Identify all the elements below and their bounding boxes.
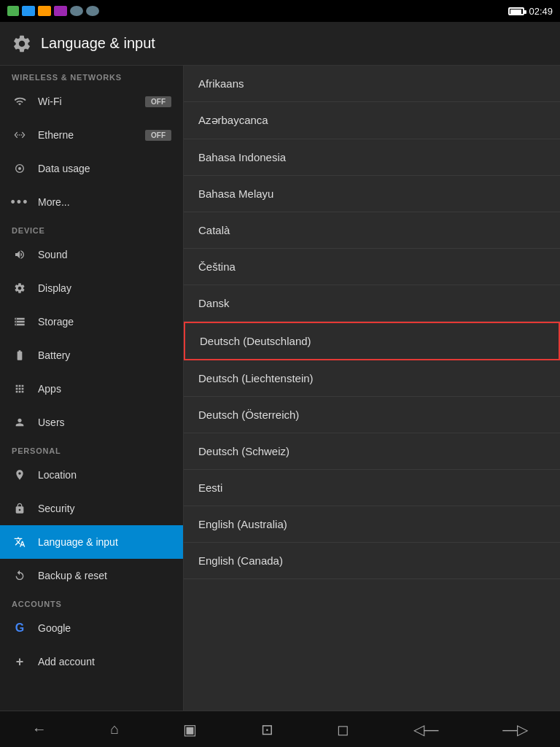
- status-right: 02:49: [508, 6, 553, 17]
- users-label: Users: [38, 417, 65, 428]
- language-list: AfrikaansAzərbaycancaBahasa IndonesiaBah…: [184, 66, 560, 711]
- sidebar-item-data-usage[interactable]: Data usage: [0, 152, 183, 185]
- nav-bar: ← ⌂ ▣ ⊡ ◻ ◁— —▷: [0, 711, 560, 747]
- battery-label: Battery: [38, 349, 70, 361]
- ethernet-toggle[interactable]: OFF: [145, 130, 171, 141]
- sidebar-item-sound[interactable]: Sound: [0, 238, 183, 271]
- home-button[interactable]: ⌂: [98, 715, 131, 743]
- back-button[interactable]: ←: [20, 715, 58, 743]
- language-item-cestina[interactable]: Čeština: [184, 249, 560, 285]
- sidebar-item-more[interactable]: ••• More...: [0, 185, 183, 219]
- sidebar-item-backup-reset[interactable]: Backup & reset: [0, 559, 183, 592]
- svg-point-1: [18, 167, 21, 170]
- sidebar-item-language-input[interactable]: Language & input: [0, 525, 183, 559]
- volume-up-button[interactable]: —▷: [491, 715, 540, 744]
- sidebar-item-ethernet[interactable]: Etherne OFF: [0, 118, 183, 152]
- security-icon: [12, 500, 28, 516]
- page-title: Language & input: [41, 35, 155, 52]
- camera-button[interactable]: ◻: [325, 715, 361, 744]
- status-bar: 02:49: [0, 0, 560, 22]
- sidebar-item-battery[interactable]: Battery: [0, 338, 183, 372]
- more-icon: •••: [12, 194, 28, 210]
- section-accounts-label: ACCOUNTS: [0, 592, 183, 611]
- language-item-english-canada[interactable]: English (Canada): [184, 543, 560, 579]
- sidebar-item-add-account[interactable]: + Add account: [0, 645, 183, 678]
- main-content: WIRELESS & NETWORKS Wi-Fi OFF Etherne OF…: [0, 66, 560, 711]
- display-icon: [12, 280, 28, 296]
- recents-button[interactable]: ▣: [171, 715, 209, 744]
- notification-icon-2: [22, 6, 35, 16]
- storage-icon: [12, 314, 28, 330]
- sidebar-item-display[interactable]: Display: [0, 271, 183, 305]
- language-item-deutsch-deutschland[interactable]: Deutsch (Deutschland): [184, 322, 560, 360]
- language-input-icon: [12, 534, 28, 550]
- ethernet-label: Etherne: [38, 129, 74, 141]
- sidebar-item-storage[interactable]: Storage: [0, 305, 183, 338]
- storage-label: Storage: [38, 316, 74, 328]
- notification-icon-1: [7, 6, 19, 16]
- more-label: More...: [38, 196, 70, 208]
- language-item-dansk[interactable]: Dansk: [184, 285, 560, 322]
- status-icons: [7, 6, 99, 16]
- google-icon: G: [12, 620, 28, 636]
- apps-icon: [12, 381, 28, 397]
- section-personal-label: PERSONAL: [0, 439, 183, 458]
- sidebar-item-location[interactable]: Location: [0, 458, 183, 492]
- add-account-icon: +: [12, 654, 28, 670]
- sidebar: WIRELESS & NETWORKS Wi-Fi OFF Etherne OF…: [0, 66, 184, 711]
- sidebar-item-wifi[interactable]: Wi-Fi OFF: [0, 85, 183, 118]
- notification-icon-5: [70, 6, 83, 16]
- add-account-label: Add account: [38, 656, 95, 667]
- section-wireless-label: WIRELESS & NETWORKS: [0, 66, 183, 85]
- section-device-label: DEVICE: [0, 219, 183, 238]
- location-icon: [12, 467, 28, 483]
- language-item-azerbaycanca[interactable]: Azərbaycanca: [184, 102, 560, 139]
- language-item-afrikaans[interactable]: Afrikaans: [184, 66, 560, 102]
- gear-icon: [12, 34, 32, 54]
- header: Language & input: [0, 22, 560, 66]
- apps-label: Apps: [38, 383, 61, 395]
- ethernet-icon: [12, 127, 28, 143]
- backup-reset-icon: [12, 568, 28, 584]
- users-icon: [12, 414, 28, 430]
- sound-label: Sound: [38, 249, 67, 260]
- language-item-catala[interactable]: Català: [184, 212, 560, 249]
- screenshot-button[interactable]: ⊡: [249, 715, 285, 744]
- notification-icon-6: [86, 6, 99, 16]
- wifi-icon: [12, 93, 28, 109]
- data-usage-label: Data usage: [38, 163, 90, 174]
- language-item-bahasa-melayu[interactable]: Bahasa Melayu: [184, 176, 560, 212]
- volume-down-button[interactable]: ◁—: [402, 715, 451, 744]
- notification-icon-4: [54, 6, 67, 16]
- language-item-bahasa-indonesia[interactable]: Bahasa Indonesia: [184, 139, 560, 176]
- language-item-eesti[interactable]: Eesti: [184, 470, 560, 506]
- status-time: 02:49: [529, 6, 553, 17]
- location-label: Location: [38, 469, 77, 481]
- notification-icon-3: [38, 6, 51, 16]
- wifi-toggle[interactable]: OFF: [145, 96, 171, 107]
- language-item-deutsch-schweiz[interactable]: Deutsch (Schweiz): [184, 433, 560, 470]
- google-label: Google: [38, 622, 71, 634]
- language-item-deutsch-liechtenstein[interactable]: Deutsch (Liechtenstein): [184, 360, 560, 397]
- battery-status-icon: [508, 7, 524, 15]
- backup-reset-label: Backup & reset: [38, 570, 107, 581]
- display-label: Display: [38, 282, 71, 294]
- sound-icon: [12, 247, 28, 263]
- sidebar-item-security[interactable]: Security: [0, 492, 183, 525]
- battery-icon: [12, 347, 28, 363]
- language-item-deutsch-osterreich[interactable]: Deutsch (Österreich): [184, 397, 560, 433]
- security-label: Security: [38, 503, 75, 514]
- battery-fill: [510, 9, 521, 15]
- sidebar-item-apps[interactable]: Apps: [0, 372, 183, 406]
- sidebar-item-google[interactable]: G Google: [0, 611, 183, 645]
- wifi-label: Wi-Fi: [38, 96, 62, 107]
- data-usage-icon: [12, 160, 28, 177]
- language-input-label: Language & input: [38, 536, 118, 548]
- language-item-english-australia[interactable]: English (Australia): [184, 506, 560, 543]
- sidebar-item-users[interactable]: Users: [0, 406, 183, 439]
